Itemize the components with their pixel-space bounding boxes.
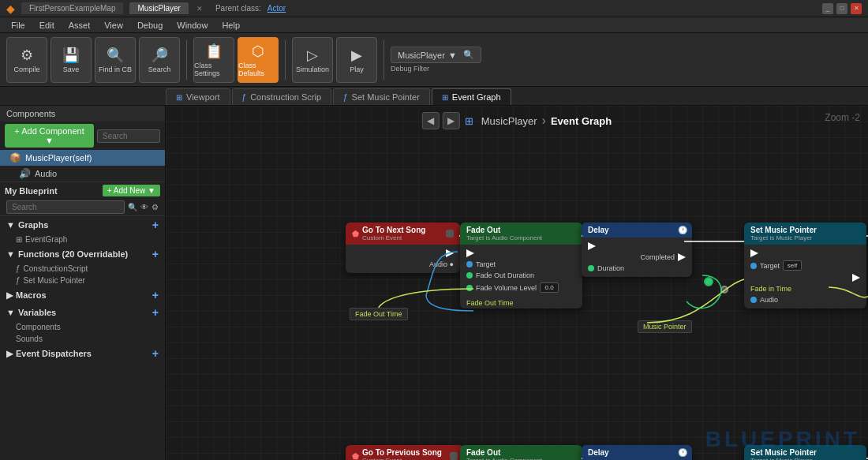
clock-icon-1: 🕐 <box>678 226 687 234</box>
fo1-bottom: Fade Out Time <box>460 297 582 309</box>
tab-set-music-pointer[interactable]: ƒ Set Music Pointer <box>333 88 430 105</box>
nav-buttons: ◀ ▶ <box>422 112 460 129</box>
go-to-prev-song-node[interactable]: ⬟ Go To Previous Song Custom Event Audio… <box>346 445 464 460</box>
fo1-dur-label: Fade Out Duration <box>476 271 534 279</box>
go-to-next-title: Go To Next Song <box>362 226 425 234</box>
event-dispatchers-category[interactable]: ▶ Event Dispatchers + <box>0 345 165 362</box>
nav-forward[interactable]: ▶ <box>443 112 460 129</box>
d1-duration: Duration <box>582 263 692 274</box>
tab-construction-script[interactable]: ƒ Construction Scrip <box>232 88 331 105</box>
d1-completed: Completed <box>582 252 692 263</box>
d1-exec-dot <box>588 242 596 250</box>
sidebar-construction-script[interactable]: ƒ ConstructionScript <box>0 263 165 275</box>
menu-asset[interactable]: Asset <box>62 19 97 32</box>
delay-1-body: Completed Duration <box>582 237 692 277</box>
fo1-fade-time: Fade Out Time <box>466 299 514 307</box>
macros-add-icon[interactable]: + <box>152 289 159 301</box>
fo1-target-dot <box>466 261 473 267</box>
play-button[interactable]: ▶ Play <box>336 37 377 83</box>
fo1-exec-in <box>460 248 582 259</box>
sm1-fade-in-time: Fade in Time <box>744 283 866 294</box>
graphs-category[interactable]: ▼ Graphs + <box>0 216 165 234</box>
sidebar-event-graph[interactable]: ⊞ EventGraph <box>0 234 165 245</box>
event-graph-sub-icon: ⊞ <box>16 235 22 244</box>
junction-1 <box>704 277 713 286</box>
exec-arrow <box>446 249 454 257</box>
graphs-label: Graphs <box>18 220 49 230</box>
macros-category[interactable]: ▶ Macros + <box>0 286 165 304</box>
tab-close[interactable]: ✕ <box>196 5 203 13</box>
find-in-cb-button[interactable]: 🔍 Find in CB <box>95 37 136 83</box>
sidebar-set-music-pointer[interactable]: ƒ Set Music Pointer <box>0 275 165 286</box>
menu-debug[interactable]: Debug <box>131 19 169 32</box>
compile-button[interactable]: ⚙ Compile <box>6 37 47 83</box>
variables-add-icon[interactable]: + <box>152 306 159 319</box>
musicplayer-dropdown[interactable]: MusicPlayer ▼ 🔍 <box>391 47 481 63</box>
prev-event-icon: ⬟ <box>352 452 359 461</box>
sm1-exec <box>744 248 866 259</box>
delay-2-node[interactable]: Delay 🕐 Completed Duration <box>582 445 692 460</box>
add-component-button[interactable]: + Add Component ▼ <box>5 124 94 148</box>
set-music-1-node[interactable]: Set Music Pointer Target is Music Player… <box>744 223 866 309</box>
event-indicator <box>446 230 454 237</box>
sidebar-sounds[interactable]: Sounds <box>0 333 165 345</box>
menu-help[interactable]: Help <box>215 19 246 32</box>
graph-area[interactable]: ◀ ▶ ⊞ MusicPlayer › Event Graph Zoom -2 … <box>166 106 868 460</box>
delay-2-title: Delay <box>588 448 609 457</box>
tab-viewport[interactable]: ⊞ Viewport <box>166 88 230 105</box>
add-new-button[interactable]: + Add New ▼ <box>103 185 160 196</box>
go-to-next-song-header: ⬟ Go To Next Song Custom Event <box>346 223 460 245</box>
menu-file[interactable]: File <box>5 19 32 32</box>
menu-view[interactable]: View <box>98 19 129 32</box>
tab-bar: ⊞ Viewport ƒ Construction Scrip ƒ Set Mu… <box>0 87 868 106</box>
maximize-btn[interactable]: □ <box>836 3 847 14</box>
menu-edit[interactable]: Edit <box>33 19 61 32</box>
func-icon: ƒ <box>343 93 348 102</box>
tab-event-graph[interactable]: ⊞ Event Graph <box>432 88 511 105</box>
d1-completed-label: Completed <box>640 253 675 261</box>
fade-out-1-node[interactable]: Fade Out Target is Audio Component Targe… <box>460 223 582 309</box>
search-icon-small: 🔍 <box>463 50 474 60</box>
tab-map[interactable]: FirstPersonExampleMap <box>21 2 123 14</box>
tab-musicplayer[interactable]: MusicPlayer <box>129 2 188 14</box>
d1-dur-dot <box>588 265 594 271</box>
ue-logo: ◆ <box>6 2 15 15</box>
functions-add-icon[interactable]: + <box>152 248 159 260</box>
event-graph-sub-label: EventGraph <box>25 235 67 244</box>
audio-icon: 🔊 <box>19 168 31 179</box>
play-icon: ▶ <box>351 47 362 64</box>
functions-category[interactable]: ▼ Functions (20 Overridable) + <box>0 245 165 263</box>
d1-dur-label: Duration <box>597 264 624 272</box>
sidebar-item-audio[interactable]: 🔊 Audio <box>0 166 165 181</box>
go-to-next-song-node[interactable]: ⬟ Go To Next Song Custom Event Audio ● <box>346 223 460 273</box>
set-music-2-node[interactable]: Set Music Pointer Target is Music Player… <box>744 445 866 460</box>
bp-search-input[interactable] <box>6 200 125 214</box>
class-defaults-button[interactable]: ⬡ Class Defaults <box>238 37 279 83</box>
construction-icon: ƒ <box>242 93 247 102</box>
menu-window[interactable]: Window <box>170 19 214 32</box>
actor-link[interactable]: Actor <box>268 4 286 13</box>
viewport-icon: ⊞ <box>176 93 182 102</box>
close-btn[interactable]: ✕ <box>851 3 862 14</box>
class-settings-button[interactable]: 📋 Class Settings <box>193 37 234 83</box>
functions-label: Functions (20 Overridable) <box>18 249 128 259</box>
graphs-add-icon[interactable]: + <box>152 219 159 231</box>
save-button[interactable]: 💾 Save <box>51 37 92 83</box>
event-dispatchers-add-icon[interactable]: + <box>152 347 159 360</box>
fade-out-2-node[interactable]: Fade Out Target is Audio Component Targe… <box>460 445 582 460</box>
simulation-button[interactable]: ▷ Simulation <box>292 37 333 83</box>
search-button[interactable]: 🔎 Search <box>139 37 180 83</box>
nav-back[interactable]: ◀ <box>422 112 440 129</box>
settings-icon: ⚙ <box>152 203 159 211</box>
delay-2-header: Delay 🕐 <box>582 445 692 460</box>
variables-category[interactable]: ▼ Variables + <box>0 304 165 321</box>
sidebar-item-musicplayer[interactable]: 📦 MusicPlayer(self) <box>0 150 165 166</box>
component-search-input[interactable] <box>97 129 160 143</box>
window-controls: _ □ ✕ <box>822 3 862 14</box>
minimize-btn[interactable]: _ <box>822 3 833 14</box>
viewport-label: Viewport <box>186 92 220 102</box>
breadcrumb-icon: ⊞ <box>465 115 473 127</box>
delay-1-node[interactable]: Delay 🕐 Completed Duration <box>582 223 692 277</box>
sidebar-components-var[interactable]: Components <box>0 321 165 333</box>
compile-icon: ⚙ <box>21 47 33 64</box>
